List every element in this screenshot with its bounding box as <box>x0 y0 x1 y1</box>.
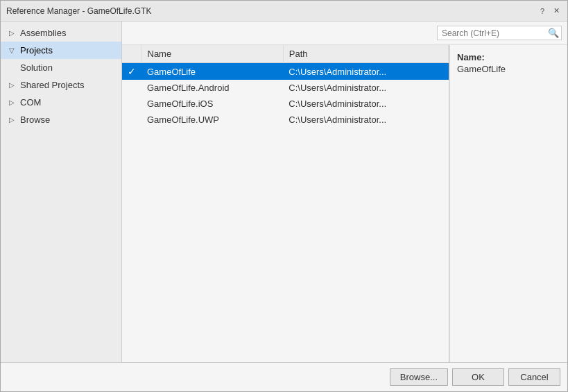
detail-panel: Name: GameOfLife <box>449 45 567 362</box>
expander-icon-assemblies: ▷ <box>9 29 17 37</box>
row-path-cell: C:\Users\Administrator... <box>283 96 448 112</box>
expander-icon-projects: ▽ <box>9 46 17 54</box>
table-row[interactable]: GameOfLife.iOSC:\Users\Administrator... <box>122 96 449 112</box>
row-name-cell: GameOfLife.Android <box>141 80 283 96</box>
search-input-wrap: 🔍 <box>437 26 562 40</box>
table-header-row: Name Path <box>122 45 449 63</box>
col-header-check <box>122 45 141 63</box>
row-checkbox-cell <box>122 80 141 96</box>
reference-table: Name Path ✓GameOfLifeC:\Users\Administra… <box>122 45 449 128</box>
detail-name-value: GameOfLife <box>457 64 560 74</box>
title-bar: Reference Manager - GameOfLife.GTK ? ✕ <box>1 1 567 22</box>
table-area: Name Path ✓GameOfLifeC:\Users\Administra… <box>122 45 567 362</box>
sidebar-item-label-shared-projects: Shared Projects <box>20 80 85 90</box>
detail-name-label: Name: <box>457 52 560 62</box>
table-row[interactable]: GameOfLife.UWPC:\Users\Administrator... <box>122 112 449 128</box>
row-path-cell: C:\Users\Administrator... <box>283 80 448 96</box>
check-mark-icon: ✓ <box>128 66 136 77</box>
table-row[interactable]: ✓GameOfLifeC:\Users\Administrator... <box>122 63 449 80</box>
cancel-button[interactable]: Cancel <box>508 368 560 386</box>
sidebar-item-label-solution: Solution <box>20 62 53 73</box>
row-path-cell: C:\Users\Administrator... <box>283 112 448 128</box>
table-row[interactable]: GameOfLife.AndroidC:\Users\Administrator… <box>122 80 449 96</box>
row-name-cell: GameOfLife.iOS <box>141 96 283 112</box>
row-name-cell: GameOfLife <box>141 63 283 80</box>
row-checkbox-cell <box>122 112 141 128</box>
row-name-cell: GameOfLife.UWP <box>141 112 283 128</box>
expander-icon-com: ▷ <box>9 99 17 106</box>
sidebar-item-label-browse: Browse <box>20 114 50 125</box>
sidebar-item-browse[interactable]: ▷Browse <box>1 111 121 128</box>
sidebar-item-assemblies[interactable]: ▷Assemblies <box>1 24 121 42</box>
expander-icon-browse: ▷ <box>9 116 17 123</box>
sidebar-item-com[interactable]: ▷COM <box>1 94 121 111</box>
dialog-title: Reference Manager - GameOfLife.GTK <box>6 6 151 16</box>
row-checkbox-cell <box>122 96 141 112</box>
sidebar: ▷Assemblies▽ProjectsSolution▷Shared Proj… <box>1 22 122 362</box>
title-bar-controls: ? ✕ <box>537 6 562 17</box>
sidebar-item-label-assemblies: Assemblies <box>20 28 66 38</box>
search-bar: 🔍 <box>122 22 567 45</box>
top-area: ▷Assemblies▽ProjectsSolution▷Shared Proj… <box>1 22 567 362</box>
content-area: ▷Assemblies▽ProjectsSolution▷Shared Proj… <box>1 22 567 391</box>
col-header-path: Path <box>283 45 448 63</box>
row-path-cell: C:\Users\Administrator... <box>283 63 448 80</box>
help-button[interactable]: ? <box>537 6 548 17</box>
reference-manager-dialog: Reference Manager - GameOfLife.GTK ? ✕ ▷… <box>0 0 568 392</box>
row-checkbox-cell: ✓ <box>122 63 141 80</box>
bottom-bar: Browse... OK Cancel <box>1 362 567 391</box>
col-header-name: Name <box>141 45 283 63</box>
sidebar-item-shared-projects[interactable]: ▷Shared Projects <box>1 76 121 94</box>
sidebar-item-solution[interactable]: Solution <box>1 59 121 76</box>
search-input[interactable] <box>438 27 545 40</box>
main-panel: 🔍 Name Path <box>122 22 567 362</box>
sidebar-item-projects[interactable]: ▽Projects <box>1 42 121 59</box>
sidebar-item-label-com: COM <box>20 97 41 108</box>
table-section: Name Path ✓GameOfLifeC:\Users\Administra… <box>122 45 449 362</box>
sidebar-item-label-projects: Projects <box>20 45 53 56</box>
browse-button[interactable]: Browse... <box>390 368 448 386</box>
close-button[interactable]: ✕ <box>551 6 562 17</box>
search-icon-button[interactable]: 🔍 <box>545 26 562 40</box>
ok-button[interactable]: OK <box>452 368 504 386</box>
expander-icon-shared-projects: ▷ <box>9 81 17 89</box>
